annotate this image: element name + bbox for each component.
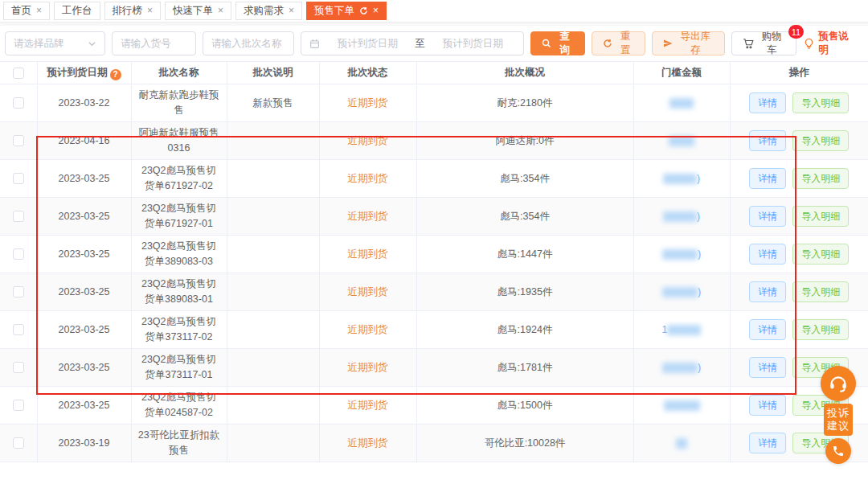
blurred-amount [664,400,700,411]
floating-widgets: 投诉 建议 [820,366,857,464]
cell-batch-overview: 彪马:1500件 [416,387,633,425]
search-button[interactable]: 查询 [530,31,584,55]
close-icon[interactable]: × [147,5,153,17]
batch-status-text: 近期到货 [348,362,388,373]
presale-help-link[interactable]: 预售说明 [803,30,855,57]
date-end-placeholder[interactable]: 预计到货日期 [430,37,515,51]
col-batch-name: 批次名称 [131,62,227,84]
close-icon[interactable]: × [36,5,42,17]
import-detail-button[interactable]: 导入明细 [792,206,849,227]
detail-button[interactable]: 详情 [749,433,786,453]
close-icon[interactable]: × [373,5,379,17]
export-inventory-button[interactable]: 导出库存 [652,31,725,55]
detail-button[interactable]: 详情 [749,319,786,340]
detail-button[interactable]: 详情 [749,92,786,113]
close-icon[interactable]: × [218,5,223,17]
row-checkbox[interactable] [13,97,24,109]
cell-batch-desc: 新款预售 [227,84,319,122]
customer-service-button[interactable] [821,366,856,401]
import-detail-button[interactable]: 导入明细 [792,168,849,189]
tab-quick-order[interactable]: 快速下单 × [165,2,231,20]
tab-label: 预售下单 [314,5,354,17]
row-checkbox[interactable] [13,248,24,260]
complaint-suggestion-button[interactable]: 投诉 建议 [824,404,853,436]
refresh-icon[interactable] [359,6,368,15]
amount-prefix: 1 [662,324,668,335]
detail-button[interactable]: 详情 [749,357,786,378]
row-checkbox[interactable] [13,173,24,184]
date-start-placeholder[interactable]: 预计到货日期 [325,37,410,51]
row-checkbox[interactable] [13,211,24,222]
row-checkbox[interactable] [13,324,24,335]
cell-actions: 详情导入明细 [730,84,868,122]
detail-button[interactable]: 详情 [749,130,786,151]
detail-button[interactable]: 详情 [749,168,786,189]
tab-purchase-demand[interactable]: 求购需求 × [235,2,302,20]
reset-button[interactable]: 重置 [592,31,645,55]
cell-batch-overview: 哥伦比亚:10028件 [416,425,633,462]
blurred-amount [669,98,694,109]
cell-batch-name: 23Q2彪马预售切货单389083-03 [131,236,227,273]
cell-actions: 详情导入明细 [730,236,868,273]
batch-name-input[interactable] [211,38,285,49]
cell-date: 2023-03-25 [37,198,131,236]
headset-icon [828,373,849,394]
blurred-amount [669,136,694,146]
cell-batch-name: 23Q2彪马预售切货单671927-02 [131,160,227,198]
cart-button[interactable]: 购物车 11 [731,31,796,55]
table-row: 2023-03-2523Q2彪马预售切货单389083-01近期到货彪马:193… [0,273,868,311]
import-detail-button[interactable]: 导入明细 [792,319,849,340]
phone-contact-button[interactable] [825,438,851,464]
cell-batch-overview: 彪马:1447件 [416,236,633,273]
cell-batch-overview: 彪马:1781件 [416,349,633,387]
tab-ranking[interactable]: 排行榜 × [104,2,162,20]
cell-batch-overview: 彪马:354件 [416,198,633,236]
table-row: 2023-03-2523Q2彪马预售切货单671927-02近期到货彪马:354… [0,160,868,198]
blurred-amount [662,249,698,260]
brand-select[interactable]: 请选择品牌 [5,31,105,55]
phone-icon [832,445,845,457]
detail-button[interactable]: 详情 [749,206,786,227]
select-all-checkbox[interactable] [13,68,24,79]
batch-status-text: 近期到货 [348,286,388,297]
cell-batch-name: 23Q2彪马预售切货单671927-01 [131,198,227,236]
cell-batch-desc [227,425,319,462]
table-row: 2023-03-2523Q2彪马预售切货单024587-02近期到货彪马:150… [0,387,868,425]
col-threshold-amount: 门槛金额 [633,62,730,84]
tab-label: 快速下单 [173,5,213,17]
cell-actions: 详情导入明细 [730,273,868,311]
import-detail-button[interactable]: 导入明细 [792,92,849,113]
tab-presale-order[interactable]: 预售下单 × [306,2,387,20]
cell-threshold-amount [633,122,730,160]
import-detail-button[interactable]: 导入明细 [792,281,849,302]
cell-batch-desc [227,160,319,198]
batch-name-input-wrap [203,31,294,55]
import-detail-button[interactable]: 导入明细 [792,244,849,265]
batch-table: 预计到货日期? 批次名称 批次说明 批次状态 批次概况 门槛金额 操作 2023… [0,61,868,462]
blurred-amount [662,287,698,297]
sku-input[interactable] [121,38,187,49]
cell-actions: 详情导入明细 [730,311,868,349]
tab-workbench[interactable]: 工作台 [54,2,100,20]
cell-batch-name: 耐克新款跑步鞋预售 [131,84,227,122]
date-range-picker[interactable]: 预计到货日期 至 预计到货日期 [301,31,524,55]
row-checkbox[interactable] [13,362,24,373]
batch-status-text: 近期到货 [348,173,388,184]
close-icon[interactable]: × [289,5,294,17]
import-detail-button[interactable]: 导入明细 [792,130,849,151]
tab-home[interactable]: 首页 × [3,2,50,20]
detail-button[interactable]: 详情 [749,281,786,302]
cell-batch-desc [227,311,319,349]
row-checkbox[interactable] [13,135,24,146]
row-checkbox[interactable] [13,400,24,411]
brand-select-placeholder: 请选择品牌 [14,37,64,51]
question-icon[interactable]: ? [110,69,121,80]
detail-button[interactable]: 详情 [749,395,786,416]
row-checkbox[interactable] [13,437,24,449]
cell-batch-desc [227,349,319,387]
row-checkbox[interactable] [13,286,24,297]
cell-date: 2023-03-25 [37,311,131,349]
cell-batch-name: 23Q2彪马预售切货单373117-02 [131,311,227,349]
tab-label: 排行榜 [113,5,143,17]
detail-button[interactable]: 详情 [749,244,786,265]
